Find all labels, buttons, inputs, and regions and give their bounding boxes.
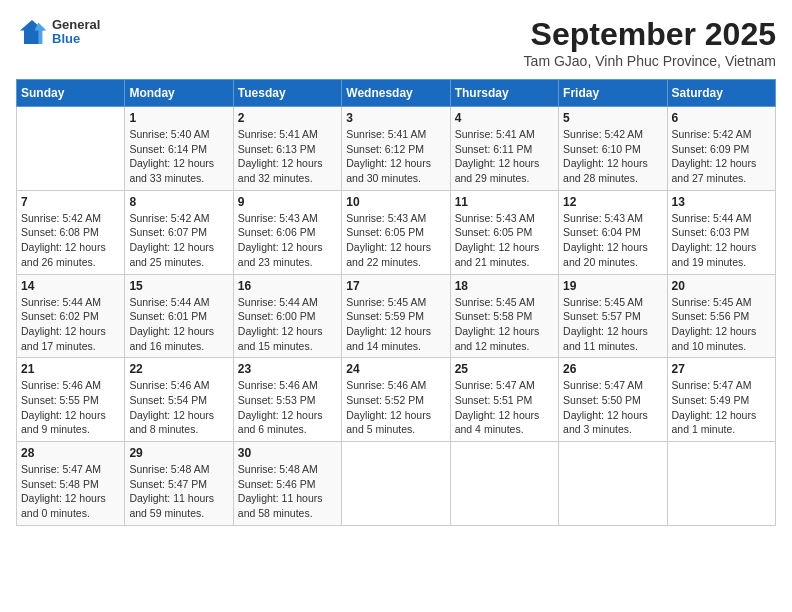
day-info: Sunrise: 5:43 AM Sunset: 6:06 PM Dayligh… [238,211,337,270]
day-number: 19 [563,279,662,293]
day-info: Sunrise: 5:47 AM Sunset: 5:50 PM Dayligh… [563,378,662,437]
calendar-cell [17,107,125,191]
week-row-2: 7Sunrise: 5:42 AM Sunset: 6:08 PM Daylig… [17,190,776,274]
day-number: 2 [238,111,337,125]
day-info: Sunrise: 5:43 AM Sunset: 6:04 PM Dayligh… [563,211,662,270]
logo-text: General Blue [52,18,100,47]
day-info: Sunrise: 5:47 AM Sunset: 5:48 PM Dayligh… [21,462,120,521]
header-row: SundayMondayTuesdayWednesdayThursdayFrid… [17,80,776,107]
calendar-cell: 8Sunrise: 5:42 AM Sunset: 6:07 PM Daylig… [125,190,233,274]
calendar-cell [450,442,558,526]
day-info: Sunrise: 5:45 AM Sunset: 5:57 PM Dayligh… [563,295,662,354]
day-info: Sunrise: 5:46 AM Sunset: 5:54 PM Dayligh… [129,378,228,437]
day-info: Sunrise: 5:41 AM Sunset: 6:12 PM Dayligh… [346,127,445,186]
calendar-cell: 29Sunrise: 5:48 AM Sunset: 5:47 PM Dayli… [125,442,233,526]
week-row-5: 28Sunrise: 5:47 AM Sunset: 5:48 PM Dayli… [17,442,776,526]
day-info: Sunrise: 5:47 AM Sunset: 5:51 PM Dayligh… [455,378,554,437]
day-number: 29 [129,446,228,460]
calendar-cell [342,442,450,526]
day-number: 14 [21,279,120,293]
day-info: Sunrise: 5:44 AM Sunset: 6:03 PM Dayligh… [672,211,771,270]
calendar-cell: 17Sunrise: 5:45 AM Sunset: 5:59 PM Dayli… [342,274,450,358]
day-number: 25 [455,362,554,376]
calendar-cell: 7Sunrise: 5:42 AM Sunset: 6:08 PM Daylig… [17,190,125,274]
calendar-cell: 4Sunrise: 5:41 AM Sunset: 6:11 PM Daylig… [450,107,558,191]
day-info: Sunrise: 5:47 AM Sunset: 5:49 PM Dayligh… [672,378,771,437]
calendar-cell: 3Sunrise: 5:41 AM Sunset: 6:12 PM Daylig… [342,107,450,191]
logo-blue-text: Blue [52,32,100,46]
calendar-cell [667,442,775,526]
day-info: Sunrise: 5:48 AM Sunset: 5:47 PM Dayligh… [129,462,228,521]
day-info: Sunrise: 5:42 AM Sunset: 6:07 PM Dayligh… [129,211,228,270]
day-number: 8 [129,195,228,209]
day-number: 17 [346,279,445,293]
calendar-cell: 25Sunrise: 5:47 AM Sunset: 5:51 PM Dayli… [450,358,558,442]
calendar-cell: 11Sunrise: 5:43 AM Sunset: 6:05 PM Dayli… [450,190,558,274]
calendar-cell: 18Sunrise: 5:45 AM Sunset: 5:58 PM Dayli… [450,274,558,358]
logo: General Blue [16,16,100,48]
day-number: 13 [672,195,771,209]
calendar-cell: 23Sunrise: 5:46 AM Sunset: 5:53 PM Dayli… [233,358,341,442]
day-info: Sunrise: 5:42 AM Sunset: 6:08 PM Dayligh… [21,211,120,270]
day-number: 15 [129,279,228,293]
header-day-thursday: Thursday [450,80,558,107]
day-number: 11 [455,195,554,209]
day-info: Sunrise: 5:46 AM Sunset: 5:53 PM Dayligh… [238,378,337,437]
main-title: September 2025 [524,16,776,53]
calendar-cell: 14Sunrise: 5:44 AM Sunset: 6:02 PM Dayli… [17,274,125,358]
calendar-cell: 27Sunrise: 5:47 AM Sunset: 5:49 PM Dayli… [667,358,775,442]
day-number: 20 [672,279,771,293]
day-number: 22 [129,362,228,376]
day-info: Sunrise: 5:42 AM Sunset: 6:10 PM Dayligh… [563,127,662,186]
day-info: Sunrise: 5:48 AM Sunset: 5:46 PM Dayligh… [238,462,337,521]
day-number: 7 [21,195,120,209]
calendar-cell: 13Sunrise: 5:44 AM Sunset: 6:03 PM Dayli… [667,190,775,274]
week-row-1: 1Sunrise: 5:40 AM Sunset: 6:14 PM Daylig… [17,107,776,191]
calendar-cell: 21Sunrise: 5:46 AM Sunset: 5:55 PM Dayli… [17,358,125,442]
day-number: 10 [346,195,445,209]
day-info: Sunrise: 5:44 AM Sunset: 6:01 PM Dayligh… [129,295,228,354]
day-info: Sunrise: 5:40 AM Sunset: 6:14 PM Dayligh… [129,127,228,186]
calendar-cell: 16Sunrise: 5:44 AM Sunset: 6:00 PM Dayli… [233,274,341,358]
day-number: 3 [346,111,445,125]
day-number: 23 [238,362,337,376]
day-number: 9 [238,195,337,209]
day-info: Sunrise: 5:45 AM Sunset: 5:59 PM Dayligh… [346,295,445,354]
logo-icon [16,16,48,48]
header-day-saturday: Saturday [667,80,775,107]
sub-title: Tam GJao, Vinh Phuc Province, Vietnam [524,53,776,69]
day-number: 28 [21,446,120,460]
day-info: Sunrise: 5:45 AM Sunset: 5:58 PM Dayligh… [455,295,554,354]
calendar-cell: 15Sunrise: 5:44 AM Sunset: 6:01 PM Dayli… [125,274,233,358]
day-info: Sunrise: 5:45 AM Sunset: 5:56 PM Dayligh… [672,295,771,354]
calendar-cell: 24Sunrise: 5:46 AM Sunset: 5:52 PM Dayli… [342,358,450,442]
day-number: 1 [129,111,228,125]
day-info: Sunrise: 5:42 AM Sunset: 6:09 PM Dayligh… [672,127,771,186]
calendar-cell: 6Sunrise: 5:42 AM Sunset: 6:09 PM Daylig… [667,107,775,191]
calendar-cell: 2Sunrise: 5:41 AM Sunset: 6:13 PM Daylig… [233,107,341,191]
calendar-cell: 12Sunrise: 5:43 AM Sunset: 6:04 PM Dayli… [559,190,667,274]
calendar-cell: 1Sunrise: 5:40 AM Sunset: 6:14 PM Daylig… [125,107,233,191]
day-info: Sunrise: 5:41 AM Sunset: 6:13 PM Dayligh… [238,127,337,186]
day-number: 6 [672,111,771,125]
day-number: 16 [238,279,337,293]
day-number: 24 [346,362,445,376]
calendar-cell: 5Sunrise: 5:42 AM Sunset: 6:10 PM Daylig… [559,107,667,191]
calendar-body: 1Sunrise: 5:40 AM Sunset: 6:14 PM Daylig… [17,107,776,526]
header-day-tuesday: Tuesday [233,80,341,107]
day-info: Sunrise: 5:46 AM Sunset: 5:55 PM Dayligh… [21,378,120,437]
calendar-cell: 28Sunrise: 5:47 AM Sunset: 5:48 PM Dayli… [17,442,125,526]
day-number: 5 [563,111,662,125]
day-number: 27 [672,362,771,376]
day-info: Sunrise: 5:43 AM Sunset: 6:05 PM Dayligh… [346,211,445,270]
calendar-cell [559,442,667,526]
calendar-cell: 26Sunrise: 5:47 AM Sunset: 5:50 PM Dayli… [559,358,667,442]
week-row-4: 21Sunrise: 5:46 AM Sunset: 5:55 PM Dayli… [17,358,776,442]
calendar-cell: 22Sunrise: 5:46 AM Sunset: 5:54 PM Dayli… [125,358,233,442]
day-number: 26 [563,362,662,376]
day-info: Sunrise: 5:43 AM Sunset: 6:05 PM Dayligh… [455,211,554,270]
header-day-sunday: Sunday [17,80,125,107]
calendar-table: SundayMondayTuesdayWednesdayThursdayFrid… [16,79,776,526]
header-day-monday: Monday [125,80,233,107]
day-info: Sunrise: 5:41 AM Sunset: 6:11 PM Dayligh… [455,127,554,186]
